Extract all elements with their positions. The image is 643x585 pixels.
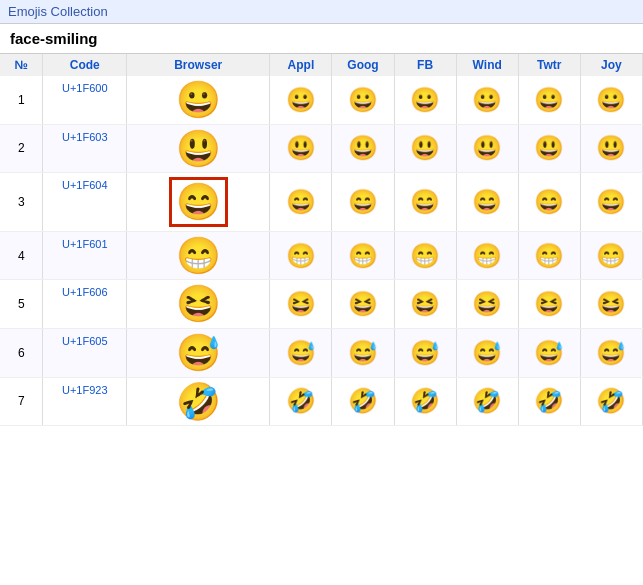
row-fb: 🤣 bbox=[394, 377, 456, 426]
row-browser: 😀 bbox=[127, 76, 270, 124]
row-browser: 🤣 bbox=[127, 377, 270, 426]
row-twtr: 😃 bbox=[518, 124, 580, 173]
table-row: 7 U+1F923 🤣 🤣 🤣 🤣 🤣 🤣 🤣 bbox=[0, 377, 643, 426]
row-num: 4 bbox=[0, 231, 43, 280]
row-fb: 😃 bbox=[394, 124, 456, 173]
row-fb: 😆 bbox=[394, 280, 456, 329]
row-code[interactable]: U+1F923 bbox=[43, 377, 127, 426]
row-appl: 😄 bbox=[270, 173, 332, 232]
row-joy: 😆 bbox=[580, 280, 642, 329]
row-fb: 😁 bbox=[394, 231, 456, 280]
row-num: 3 bbox=[0, 173, 43, 232]
row-code[interactable]: U+1F601 bbox=[43, 231, 127, 280]
header-title: Emojis Collection bbox=[8, 4, 108, 19]
row-num: 2 bbox=[0, 124, 43, 173]
col-goog: Goog bbox=[332, 54, 394, 76]
row-twtr: 🤣 bbox=[518, 377, 580, 426]
row-goog: 🤣 bbox=[332, 377, 394, 426]
row-appl: 😁 bbox=[270, 231, 332, 280]
table-header-row: № Code Browser Appl Goog FB Wind Twtr Jo… bbox=[0, 54, 643, 76]
col-num: № bbox=[0, 54, 43, 76]
row-code[interactable]: U+1F600 bbox=[43, 76, 127, 124]
row-browser: 😃 bbox=[127, 124, 270, 173]
row-wind: 🤣 bbox=[456, 377, 518, 426]
row-goog: 😁 bbox=[332, 231, 394, 280]
row-code[interactable]: U+1F604 bbox=[43, 173, 127, 232]
row-num: 5 bbox=[0, 280, 43, 329]
row-appl: 😃 bbox=[270, 124, 332, 173]
row-code[interactable]: U+1F605 bbox=[43, 328, 127, 377]
col-browser: Browser bbox=[127, 54, 270, 76]
col-twtr: Twtr bbox=[518, 54, 580, 76]
row-wind: 😅 bbox=[456, 328, 518, 377]
table-row: 2 U+1F603 😃 😃 😃 😃 😃 😃 😃 bbox=[0, 124, 643, 173]
table-row: 5 U+1F606 😆 😆 😆 😆 😆 😆 😆 bbox=[0, 280, 643, 329]
row-num: 7 bbox=[0, 377, 43, 426]
page-header: Emojis Collection bbox=[0, 0, 643, 24]
row-browser: 😄 bbox=[127, 173, 270, 232]
row-joy: 😅 bbox=[580, 328, 642, 377]
row-browser: 😁 bbox=[127, 231, 270, 280]
row-goog: 😆 bbox=[332, 280, 394, 329]
row-wind: 😃 bbox=[456, 124, 518, 173]
row-joy: 🤣 bbox=[580, 377, 642, 426]
col-wind: Wind bbox=[456, 54, 518, 76]
row-appl: 😅 bbox=[270, 328, 332, 377]
table-row: 3 U+1F604 😄 😄 😄 😄 😄 😄 😄 bbox=[0, 173, 643, 232]
row-twtr: 😄 bbox=[518, 173, 580, 232]
col-code: Code bbox=[43, 54, 127, 76]
row-num: 1 bbox=[0, 76, 43, 124]
row-fb: 😄 bbox=[394, 173, 456, 232]
row-appl: 🤣 bbox=[270, 377, 332, 426]
row-twtr: 😀 bbox=[518, 76, 580, 124]
col-fb: FB bbox=[394, 54, 456, 76]
emoji-table: № Code Browser Appl Goog FB Wind Twtr Jo… bbox=[0, 54, 643, 426]
row-browser: 😅 bbox=[127, 328, 270, 377]
row-fb: 😀 bbox=[394, 76, 456, 124]
col-joy: Joy bbox=[580, 54, 642, 76]
row-wind: 😆 bbox=[456, 280, 518, 329]
col-appl: Appl bbox=[270, 54, 332, 76]
row-twtr: 😁 bbox=[518, 231, 580, 280]
row-goog: 😃 bbox=[332, 124, 394, 173]
table-row: 1 U+1F600 😀 😀 😀 😀 😀 😀 😀 bbox=[0, 76, 643, 124]
row-wind: 😄 bbox=[456, 173, 518, 232]
row-fb: 😅 bbox=[394, 328, 456, 377]
row-wind: 😁 bbox=[456, 231, 518, 280]
row-goog: 😅 bbox=[332, 328, 394, 377]
row-joy: 😄 bbox=[580, 173, 642, 232]
row-wind: 😀 bbox=[456, 76, 518, 124]
row-joy: 😀 bbox=[580, 76, 642, 124]
row-goog: 😀 bbox=[332, 76, 394, 124]
section-title: face-smiling bbox=[0, 24, 643, 54]
row-joy: 😃 bbox=[580, 124, 642, 173]
table-row: 6 U+1F605 😅 😅 😅 😅 😅 😅 😅 bbox=[0, 328, 643, 377]
row-twtr: 😆 bbox=[518, 280, 580, 329]
table-row: 4 U+1F601 😁 😁 😁 😁 😁 😁 😁 bbox=[0, 231, 643, 280]
row-joy: 😁 bbox=[580, 231, 642, 280]
row-goog: 😄 bbox=[332, 173, 394, 232]
row-browser: 😆 bbox=[127, 280, 270, 329]
row-num: 6 bbox=[0, 328, 43, 377]
row-appl: 😆 bbox=[270, 280, 332, 329]
row-code[interactable]: U+1F603 bbox=[43, 124, 127, 173]
row-appl: 😀 bbox=[270, 76, 332, 124]
row-twtr: 😅 bbox=[518, 328, 580, 377]
row-code[interactable]: U+1F606 bbox=[43, 280, 127, 329]
